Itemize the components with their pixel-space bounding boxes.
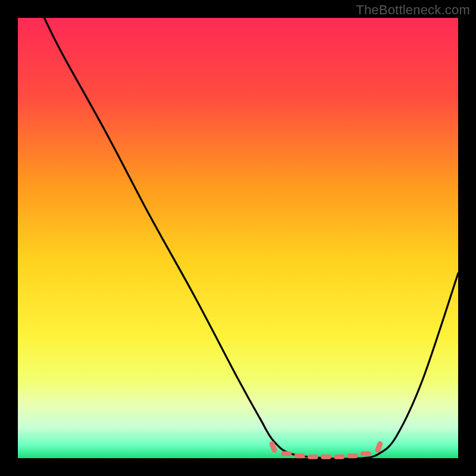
svg-rect-7 bbox=[361, 452, 371, 456]
watermark-text: TheBottleneck.com bbox=[356, 2, 470, 18]
bottleneck-chart bbox=[0, 0, 476, 476]
svg-rect-2 bbox=[295, 453, 305, 458]
svg-rect-3 bbox=[308, 455, 318, 459]
chart-container: TheBottleneck.com bbox=[0, 0, 476, 476]
svg-rect-5 bbox=[334, 455, 345, 459]
gradient-background bbox=[18, 18, 458, 458]
svg-rect-6 bbox=[347, 453, 358, 458]
svg-rect-1 bbox=[281, 452, 292, 456]
svg-rect-4 bbox=[321, 455, 331, 459]
